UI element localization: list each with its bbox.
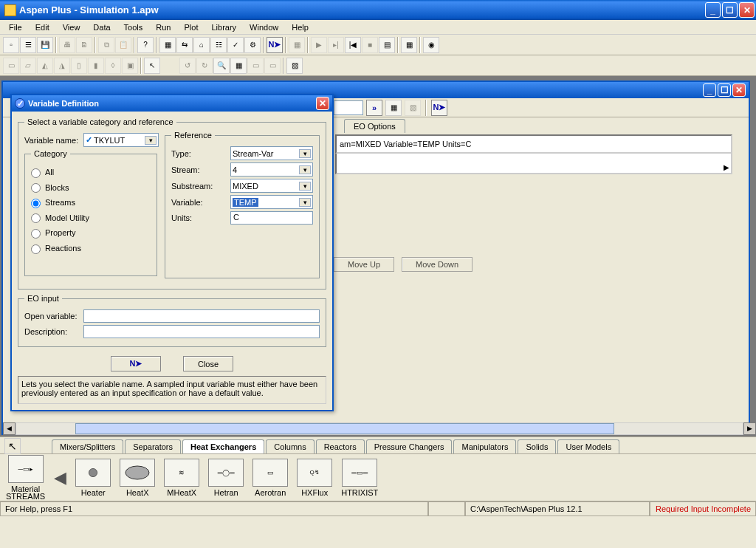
ptab-columns[interactable]: Columns <box>266 439 314 453</box>
tool-tree-button[interactable]: ☷ <box>210 37 227 53</box>
results-table-button[interactable]: ▦ <box>230 58 247 74</box>
pfd-b6[interactable]: ▮ <box>88 58 104 74</box>
inner-icon1[interactable]: ▦ <box>385 100 402 116</box>
pfd-b5[interactable]: ▯ <box>71 58 87 74</box>
stream-combo[interactable]: 4 <box>230 162 313 177</box>
palette-htrixist[interactable]: ═▭═HTRIXIST <box>341 459 378 497</box>
run-monitor-button[interactable]: ▦ <box>401 37 417 53</box>
ptab-mixers[interactable]: Mixers/Splitters <box>52 439 123 453</box>
ptab-heatx[interactable]: Heat Exchangers <box>182 439 264 453</box>
inner-n-button[interactable]: N➤ <box>431 100 447 116</box>
ptab-solids[interactable]: Solids <box>518 439 556 453</box>
print-button[interactable]: 🖶 <box>59 37 75 53</box>
run-calc-button[interactable]: ▦ <box>289 37 305 53</box>
close-button[interactable]: ✕ <box>739 2 755 18</box>
menu-view[interactable]: View <box>57 21 86 33</box>
pfd-b8[interactable]: ▣ <box>122 58 138 74</box>
pointer-button[interactable]: ↖ <box>144 58 160 74</box>
ptab-pressure[interactable]: Pressure Changers <box>366 439 453 453</box>
tool-sim-button[interactable]: ⚙ <box>244 37 261 53</box>
open-button[interactable]: ☰ <box>20 37 36 53</box>
run-stop-button[interactable]: ■ <box>362 37 378 53</box>
cat-model-utility[interactable]: Model Utility <box>31 213 151 224</box>
dialog-next-button[interactable]: N➤ <box>111 356 161 371</box>
maximize-button[interactable]: ☐ <box>722 2 738 18</box>
menu-window[interactable]: Window <box>244 21 284 33</box>
dialog-titlebar[interactable]: ✓ Variable Definition ✕ <box>12 95 332 112</box>
ptab-separators[interactable]: Separators <box>125 439 181 453</box>
moveup-button[interactable]: Move Up <box>334 257 394 272</box>
child-maximize-button[interactable]: ☐ <box>718 83 731 97</box>
pfd-b7[interactable]: ◊ <box>105 58 121 74</box>
palette-material-streams[interactable]: ─▭▸ Material STREAMS <box>6 455 45 501</box>
tool-check-button[interactable]: ✓ <box>227 37 244 53</box>
palette-left-pointer[interactable]: ↖ <box>4 438 21 454</box>
units-edit[interactable]: C <box>230 211 313 225</box>
inner-next-button[interactable]: » <box>366 100 382 116</box>
cat-property[interactable]: Property <box>31 228 151 239</box>
run-step-button[interactable]: ▸| <box>328 37 344 53</box>
menu-help[interactable]: Help <box>286 21 315 33</box>
run-play-button[interactable]: ▶ <box>311 37 327 53</box>
palette-heater[interactable]: Heater <box>75 459 111 497</box>
print-preview-button[interactable]: 🗎 <box>76 37 92 53</box>
tab-eo-options[interactable]: EO Options <box>344 119 405 133</box>
cat-reactions[interactable]: Reactions <box>31 244 151 254</box>
cat-streams[interactable]: Streams <box>31 198 151 208</box>
minimize-button[interactable]: _ <box>705 2 721 18</box>
variable-combo[interactable]: TEMP <box>230 195 313 209</box>
tool-chart-button[interactable]: ▦ <box>159 37 176 53</box>
zoom-b2[interactable]: ↻ <box>196 58 213 74</box>
save-button[interactable]: 💾 <box>37 37 53 53</box>
cat-all[interactable]: All <box>31 168 151 178</box>
palette-hxflux[interactable]: Q↯HXFlux <box>297 459 332 497</box>
dialog-close-button[interactable]: ✕ <box>316 97 329 110</box>
tool-home-button[interactable]: ⌂ <box>193 37 210 53</box>
zoom-b1[interactable]: ↺ <box>179 58 196 74</box>
whatsthis-button[interactable]: ? <box>137 37 154 53</box>
paste-button[interactable]: 📋 <box>115 37 131 53</box>
next-button[interactable]: N➤ <box>267 37 283 53</box>
tool-flow-button[interactable]: ⇆ <box>176 37 193 53</box>
open-var-edit[interactable] <box>83 309 320 323</box>
menu-tools[interactable]: Tools <box>118 21 149 33</box>
menu-edit[interactable]: Edit <box>30 21 55 33</box>
misc-button[interactable]: ▨ <box>286 58 303 74</box>
zoom-b5[interactable]: ▭ <box>264 58 281 74</box>
ptab-manipulators[interactable]: Manipulators <box>453 439 516 453</box>
palette-mheatx[interactable]: ≋MHeatX <box>164 459 199 497</box>
zoom-fit-button[interactable]: 🔍 <box>213 58 230 74</box>
hscroll-right-arrow[interactable]: ▶ <box>743 422 756 435</box>
menu-plot[interactable]: Plot <box>178 21 204 33</box>
ptab-usermodels[interactable]: User Models <box>557 439 619 453</box>
ptab-reactors[interactable]: Reactors <box>316 439 365 453</box>
hscroll-thumb[interactable] <box>75 423 614 434</box>
movedown-button[interactable]: Move Down <box>402 257 472 272</box>
hscroll-track[interactable] <box>16 422 743 435</box>
dialog-close-btn[interactable]: Close <box>183 356 233 371</box>
menu-file[interactable]: File <box>3 21 28 33</box>
run-rewind-button[interactable]: |◀ <box>345 37 361 53</box>
varname-combo[interactable]: ✓TKYLUT <box>83 133 159 147</box>
palette-heatx[interactable]: HeatX <box>120 459 155 497</box>
substream-combo[interactable]: MIXED <box>230 179 313 193</box>
options-gear-button[interactable]: ◉ <box>423 37 439 53</box>
menu-data[interactable]: Data <box>87 21 116 33</box>
hscroll-left-arrow[interactable]: ◀ <box>3 422 16 435</box>
palette-hetran[interactable]: ═◯═Hetran <box>208 459 244 497</box>
type-combo[interactable]: Stream-Var <box>230 146 313 160</box>
menu-run[interactable]: Run <box>150 21 176 33</box>
menu-library[interactable]: Library <box>205 21 242 33</box>
description-edit[interactable] <box>83 325 320 338</box>
zoom-b4[interactable]: ▭ <box>247 58 264 74</box>
pfd-b3[interactable]: ◭ <box>37 58 53 74</box>
pfd-button[interactable]: ▭ <box>3 58 19 74</box>
palette-nav-left[interactable]: ◀ <box>54 468 66 487</box>
hscrollbar[interactable]: ◀ ▶ <box>1 422 756 435</box>
inner-combo[interactable] <box>334 100 363 115</box>
run-results-button[interactable]: ▤ <box>379 37 395 53</box>
new-button[interactable]: ▫ <box>3 37 19 53</box>
child-close-button[interactable]: ✕ <box>732 83 746 97</box>
cat-blocks[interactable]: Blocks <box>31 183 151 193</box>
pfd-b4[interactable]: ◮ <box>54 58 70 74</box>
